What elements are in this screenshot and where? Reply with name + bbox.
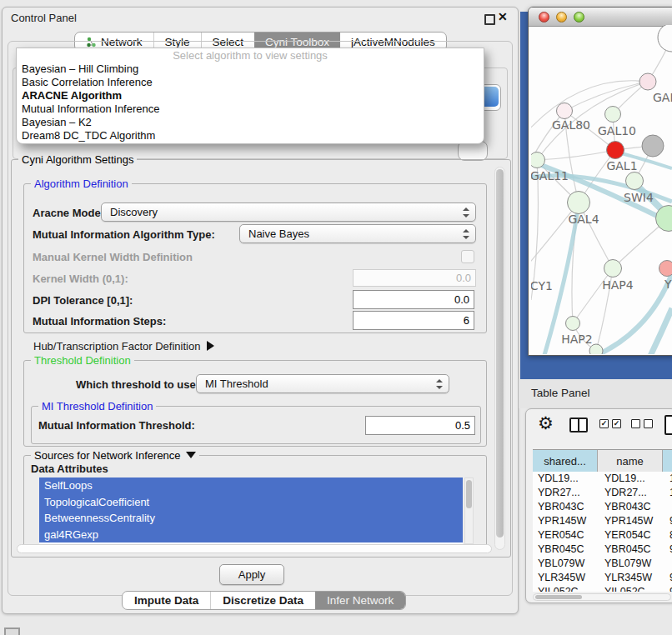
- table-cell: YBR043C: [533, 500, 598, 514]
- mi-type-combo[interactable]: Naive Bayes: [239, 224, 476, 243]
- apply-button[interactable]: Apply: [219, 564, 284, 585]
- node-label: GAL10: [598, 124, 636, 138]
- select-all-columns-icon[interactable]: ✓ ✓: [599, 419, 621, 428]
- table-row[interactable]: YDL19...YDL19...13: [533, 472, 672, 486]
- tab-infer-network[interactable]: Infer Network: [315, 592, 405, 609]
- table-cell: YDR27...: [598, 486, 663, 500]
- which-threshold-combo[interactable]: MI Threshold: [196, 374, 449, 393]
- network-edge[interactable]: [573, 268, 613, 323]
- close-icon[interactable]: ✕: [498, 10, 508, 23]
- table-cell: 8.: [663, 528, 672, 542]
- threshold-definition-group: Threshold Definition Which threshold to …: [23, 360, 487, 447]
- table-cell: 9.: [663, 571, 672, 585]
- cyni-algorithm-settings-group: Cyni Algorithm Settings Algorithm Defini…: [11, 159, 511, 558]
- control-panel-window: Control Panel ✕ Network Style Select Cyn…: [2, 7, 519, 614]
- attributes-scrollbar[interactable]: [464, 478, 474, 544]
- table-cell: 12: [663, 486, 672, 500]
- manual-kernel-checkbox[interactable]: [461, 250, 474, 263]
- algorithm-option[interactable]: Dream8 DC_TDC Algorithm: [17, 129, 484, 142]
- mi-type-label: Mutual Information Algorithm Type:: [33, 228, 215, 241]
- node-label: GAL4: [568, 212, 599, 226]
- attribute-item[interactable]: BetweennessCentrality: [39, 510, 463, 527]
- table-row[interactable]: YBL079WYBL079W: [533, 557, 672, 571]
- network-node-gal11[interactable]: [531, 152, 545, 168]
- table-panel-window: ⚙ ✓ ✓ shared...name YDL19...YDL19...13YD…: [525, 408, 672, 603]
- network-edge[interactable]: [537, 150, 615, 160]
- attribute-item[interactable]: TopologicalCoefficient: [39, 494, 463, 511]
- export-table-icon[interactable]: [664, 415, 672, 435]
- algorithm-option[interactable]: ARACNE Algorithm: [17, 89, 484, 102]
- data-attributes-list: SelfLoopsTopologicalCoefficientBetweenne…: [39, 478, 463, 544]
- table-row[interactable]: YBR043CYBR043C: [533, 500, 672, 514]
- network-node-gal80[interactable]: [557, 103, 573, 119]
- table-cell: YBL079W: [533, 557, 598, 571]
- scrollbar-thumb[interactable]: [496, 169, 504, 538]
- mi-steps-label: Mutual Information Steps:: [33, 315, 166, 328]
- table-cell: YLR345W: [533, 571, 598, 585]
- table-row[interactable]: YBR045CYBR045C9.: [533, 542, 672, 557]
- sources-group-title[interactable]: Sources for Network Inference: [31, 449, 199, 462]
- mi-steps-field[interactable]: 6: [353, 311, 474, 330]
- zoom-window-icon[interactable]: [574, 12, 584, 22]
- scrollbar-thumb[interactable]: [466, 480, 472, 508]
- network-edge[interactable]: [636, 308, 672, 354]
- hub-definition-toggle[interactable]: Hub/Transcription Factor Definition: [33, 340, 214, 352]
- table-cell: YIL052C: [598, 585, 663, 592]
- algorithm-option[interactable]: Bayesian – Hill Climbing: [17, 62, 484, 76]
- minimize-window-icon[interactable]: [556, 12, 567, 22]
- expand-arrow-icon: [207, 341, 214, 351]
- network-node-gal4[interactable]: [568, 192, 590, 214]
- mi-threshold-group: MI Threshold Definition Mutual Informati…: [31, 406, 481, 444]
- table-row[interactable]: YDR27...YDR27...12: [533, 486, 672, 500]
- table-header-row: shared...name: [533, 449, 672, 472]
- aracne-mode-combo[interactable]: Discovery: [101, 202, 476, 222]
- network-node-swi4[interactable]: [626, 172, 644, 190]
- table-panel-title: Table Panel: [531, 387, 590, 399]
- table-body: YDL19...YDL19...13YDR27...YDR27...12YBR0…: [533, 472, 672, 592]
- close-window-icon[interactable]: [539, 12, 549, 22]
- algorithm-definition-title: Algorithm Definition: [31, 178, 132, 190]
- dpi-tolerance-field[interactable]: 0.0: [353, 290, 474, 309]
- tab-impute-data[interactable]: Impute Data: [123, 592, 210, 609]
- tab-discretize-data[interactable]: Discretize Data: [210, 592, 315, 609]
- column-header[interactable]: name: [598, 450, 663, 472]
- float-window-icon[interactable]: [484, 14, 495, 25]
- attribute-item[interactable]: SelfLoops: [39, 478, 463, 494]
- algorithm-option[interactable]: Basic Correlation Inference: [17, 76, 484, 89]
- network-node-hap4[interactable]: [604, 260, 622, 278]
- columns-icon[interactable]: [569, 418, 588, 432]
- deselect-all-columns-icon[interactable]: [631, 419, 653, 428]
- table-row[interactable]: YLR345WYLR345W9.: [533, 571, 672, 585]
- network-node[interactable]: [658, 25, 672, 52]
- minimized-panel-icon[interactable]: [4, 628, 20, 635]
- table-horizontal-scrollbar[interactable]: [533, 593, 671, 601]
- network-node-gal[interactable]: [639, 73, 656, 90]
- network-node-gal10[interactable]: [605, 107, 621, 122]
- network-node-y[interactable]: [659, 261, 672, 277]
- kernel-width-field[interactable]: 0.0: [353, 269, 476, 287]
- table-row[interactable]: YPR145WYPR145W9.: [533, 514, 672, 528]
- algorithm-placeholder-option[interactable]: Select algorithm to view settings: [17, 48, 484, 62]
- algorithm-option[interactable]: Bayesian – K2: [17, 116, 484, 129]
- node-label: HAP4: [602, 278, 634, 292]
- bottom-tabbar: Impute Data Discretize Data Infer Networ…: [122, 591, 406, 610]
- column-header[interactable]: [663, 450, 672, 472]
- mi-threshold-field[interactable]: 0.5: [365, 416, 475, 435]
- settings-vertical-scrollbar[interactable]: [494, 167, 505, 550]
- network-node-gal1[interactable]: [607, 142, 624, 159]
- algorithm-dropdown-popup: Select algorithm to view settings Bayesi…: [16, 48, 484, 144]
- network-node-hap2[interactable]: [566, 317, 580, 331]
- algorithm-option[interactable]: Mutual Information Inference: [17, 102, 484, 116]
- settings-horizontal-scrollbar[interactable]: [17, 544, 492, 553]
- aracne-mode-label: Aracne Mode:: [33, 207, 104, 219]
- table-row[interactable]: YER054CYER054C8.: [533, 528, 672, 542]
- network-node[interactable]: [642, 135, 664, 157]
- table-cell: YER054C: [533, 528, 598, 542]
- scrollbar-thumb[interactable]: [535, 595, 582, 599]
- network-window-titlebar[interactable]: [529, 8, 672, 27]
- column-header[interactable]: shared...: [533, 450, 598, 472]
- network-canvas[interactable]: GALGAL80GAL10GAL1GAL11SWI4GAL4GCY1HAP4YH…: [531, 25, 672, 354]
- table-row[interactable]: YIL052CYIL052C9.: [533, 585, 672, 592]
- attribute-item[interactable]: gal4RGexp: [39, 527, 463, 543]
- gear-icon[interactable]: ⚙: [538, 414, 554, 432]
